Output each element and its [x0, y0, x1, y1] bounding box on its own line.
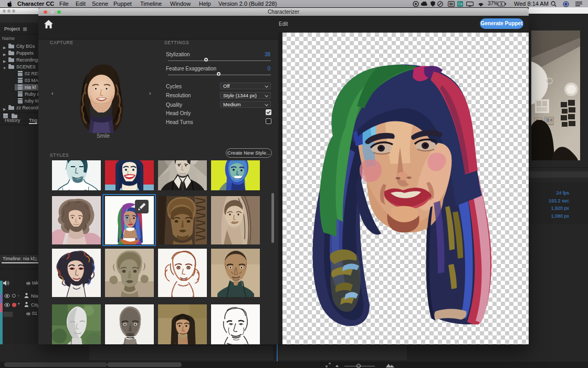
- svg-text:Cs: Cs: [458, 2, 463, 6]
- svg-text:BI: BI: [449, 2, 454, 6]
